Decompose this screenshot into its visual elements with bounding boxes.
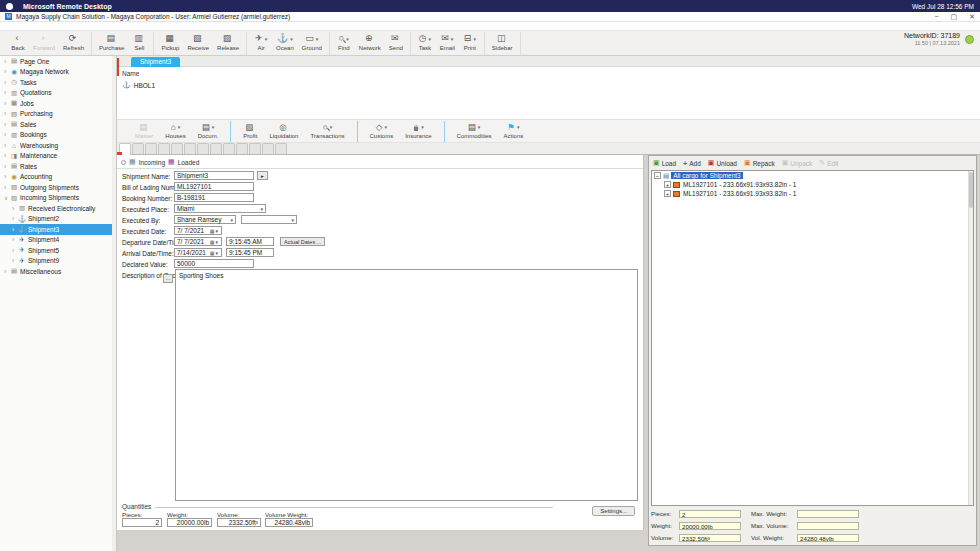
weight-input[interactable]: 20000.00lb xyxy=(167,518,212,527)
list-column-header[interactable]: Name xyxy=(122,70,139,77)
ribbon-button[interactable]: ▤Master xyxy=(129,121,159,142)
sidebar-item[interactable]: ▥ Received Electronically xyxy=(0,203,116,214)
ribbon-button[interactable]: ◎Liquidation xyxy=(263,121,304,142)
toolbar-button[interactable]: ▤Purchase xyxy=(95,32,128,55)
arrival-time-input[interactable]: 9:15:45 PM xyxy=(226,248,274,257)
apple-icon[interactable] xyxy=(6,3,13,10)
totals-pieces-field[interactable]: 2 xyxy=(679,510,741,518)
close-button[interactable]: ✕ xyxy=(969,13,975,21)
document-tab-shipment3[interactable]: Shipment3 xyxy=(131,57,180,67)
totals-volume-field[interactable]: 2332.50ft³ xyxy=(679,534,741,542)
active-app-name[interactable]: Microsoft Remote Desktop xyxy=(23,3,112,10)
cargo-tree-item[interactable]: ML1927101 - 233.66x91.93x93.82in - 1 xyxy=(652,189,973,198)
executed-by-select[interactable]: Shane Ramsey xyxy=(174,215,236,224)
toolbar-button[interactable]: ⊟▾Print xyxy=(459,32,481,55)
toolbar-button[interactable]: ⟳Refresh xyxy=(59,32,88,55)
ribbon-button[interactable]: ▤▾Commodities xyxy=(451,121,498,142)
booking-number-input[interactable]: B-198191 xyxy=(174,193,254,202)
toolbar-button[interactable]: ›Forward xyxy=(29,32,59,55)
sidebar-item[interactable]: ▤ Sales xyxy=(0,119,116,130)
totals-weight-field[interactable]: 20000.00lb xyxy=(679,522,741,530)
detail-tab[interactable] xyxy=(249,143,261,154)
max-weight-field[interactable] xyxy=(797,510,859,518)
toolbar-button[interactable]: ◫Sidebar xyxy=(488,32,517,55)
description-textarea[interactable]: Sporting Shoes xyxy=(175,269,638,501)
cargo-tree-item[interactable]: ML1927101 - 233.66x91.93x93.82in - 1 xyxy=(652,180,973,189)
sidebar-item[interactable]: ▨ Incoming Shipments xyxy=(0,193,116,204)
departure-date-picker[interactable]: 7/ 7/2021 xyxy=(174,237,222,246)
menu-bar-clock[interactable]: Wed Jul 28 12:56 PM xyxy=(912,3,974,10)
detail-tab[interactable] xyxy=(262,143,274,154)
sidebar-item[interactable]: ⚓ Shipment2 xyxy=(0,214,116,225)
toolbar-button[interactable]: ‹Back xyxy=(7,32,29,55)
tree-expand-icon[interactable] xyxy=(664,190,671,197)
cargo-tree-root[interactable]: ▤ All cargo for Shipment3 xyxy=(652,171,973,180)
detail-tab[interactable] xyxy=(158,143,170,154)
detail-tab[interactable] xyxy=(210,143,222,154)
toolbar-button[interactable]: ▧Receive xyxy=(183,32,213,55)
sidebar-item[interactable]: ◉ Accounting xyxy=(0,172,116,183)
shipment-name-input[interactable]: Shipment3 xyxy=(174,171,254,180)
detail-tab[interactable] xyxy=(197,143,209,154)
more-button[interactable]: ... xyxy=(163,274,173,283)
ribbon-button[interactable]: ∩▾Insurance xyxy=(399,121,437,142)
toolbar-button[interactable]: ○▾Find xyxy=(333,32,355,55)
sidebar-item[interactable]: ✈ Shipment9 xyxy=(0,256,116,267)
toolbar-button[interactable]: ✉▾Email xyxy=(436,32,459,55)
sidebar-item[interactable]: ▦ Jobs xyxy=(0,98,116,109)
tree-collapse-icon[interactable] xyxy=(654,172,661,179)
splitter-handle[interactable] xyxy=(117,152,122,155)
sidebar-item[interactable]: ▧ Purchasing xyxy=(0,109,116,120)
ribbon-button[interactable]: ⌂▾Houses xyxy=(159,121,191,142)
ribbon-button[interactable]: ▧Profit xyxy=(237,121,263,142)
toolbar-button[interactable]: ▨Release xyxy=(213,32,243,55)
volume-weight-input[interactable]: 24280.48vlb xyxy=(265,518,313,527)
actual-dates-button[interactable]: Actual Dates ... xyxy=(280,237,325,246)
cargo-toolbar-button[interactable]: +Add xyxy=(683,160,701,167)
cargo-tree-scrollbar[interactable] xyxy=(968,171,973,505)
vol-weight-field[interactable]: 24280.48vlb xyxy=(797,534,859,542)
toolbar-button[interactable]: ▥Sell xyxy=(128,32,150,55)
detail-tab[interactable] xyxy=(184,143,196,154)
executed-date-picker[interactable]: 7/ 7/2021 xyxy=(174,226,222,235)
pieces-input[interactable]: 2 xyxy=(122,518,162,527)
settings-button[interactable]: Settings... xyxy=(592,506,635,516)
cargo-toolbar-button[interactable]: ▣Repack xyxy=(744,159,775,167)
detail-tab[interactable] xyxy=(145,143,157,154)
toolbar-button[interactable]: ⊕Network xyxy=(355,32,385,55)
expand-button[interactable]: ▸ xyxy=(257,171,268,180)
declared-value-input[interactable]: 50000 xyxy=(174,259,254,268)
toolbar-button[interactable]: ▭▾Ground xyxy=(298,32,326,55)
sidebar-item[interactable]: ▧ Outgoing Shipments xyxy=(0,182,116,193)
sidebar-item[interactable]: ▥ Bookings xyxy=(0,130,116,141)
detail-tab[interactable] xyxy=(275,143,287,154)
sidebar-item[interactable]: ⌂ Warehousing xyxy=(0,140,116,151)
volume-input[interactable]: 2332.50ft³ xyxy=(217,518,261,527)
ribbon-button[interactable]: ⚑▾Actions xyxy=(498,121,530,142)
bol-input[interactable]: ML1927101 xyxy=(174,182,254,191)
maximize-button[interactable]: ▢ xyxy=(951,13,958,21)
toolbar-button[interactable]: ✈▾Air xyxy=(250,32,272,55)
detail-tab[interactable] xyxy=(236,143,248,154)
sidebar-item[interactable]: ▤ Page One xyxy=(0,56,116,67)
sidebar-item[interactable]: ✈ Shipment4 xyxy=(0,235,116,246)
detail-tab[interactable] xyxy=(132,143,144,154)
sidebar-item[interactable]: ◉ Magaya Network xyxy=(0,67,116,78)
cargo-toolbar-button[interactable]: ▣Unpack xyxy=(782,159,813,167)
executed-place-select[interactable]: Miami xyxy=(174,204,266,213)
ribbon-button[interactable]: ○▾Transactions xyxy=(304,121,350,142)
incoming-radio[interactable] xyxy=(121,160,126,165)
toolbar-button[interactable]: ◷▾Task xyxy=(414,32,436,55)
detail-tab[interactable] xyxy=(171,143,183,154)
executed-by-select-2[interactable] xyxy=(241,215,297,224)
sidebar-item[interactable]: ▤ Rates xyxy=(0,161,116,172)
tree-expand-icon[interactable] xyxy=(664,181,671,188)
cargo-toolbar-button[interactable]: ▣Unload xyxy=(708,159,737,167)
toolbar-button[interactable]: ⚓▾Ocean xyxy=(272,32,298,55)
ribbon-button[interactable]: ◇▾Customs xyxy=(364,121,400,142)
cargo-toolbar-button[interactable]: ✎Edit xyxy=(819,159,838,167)
splitter-handle[interactable] xyxy=(117,58,119,76)
sidebar-item[interactable]: ⚓ Shipment3 xyxy=(0,224,116,235)
sidebar-item[interactable]: ✈ Shipment5 xyxy=(0,245,116,256)
departure-time-input[interactable]: 9:15:45 AM xyxy=(226,237,274,246)
